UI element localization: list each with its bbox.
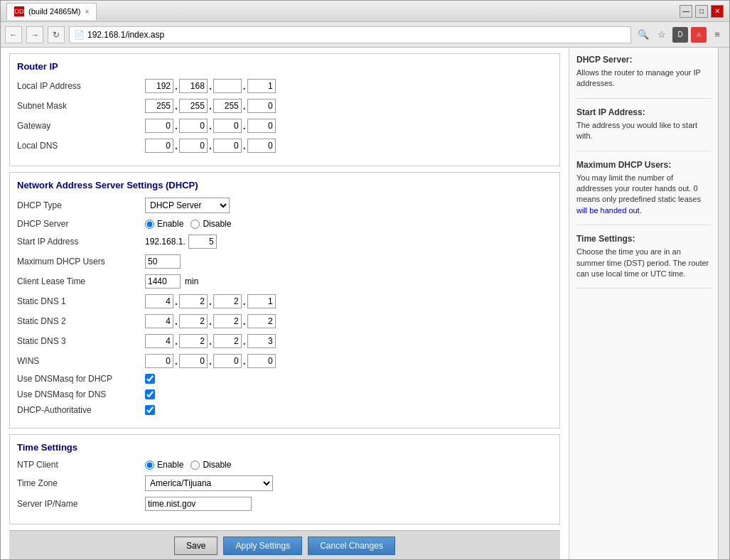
back-button[interactable]: ←	[5, 26, 22, 43]
subnet-1[interactable]	[145, 99, 173, 113]
ntp-row: NTP Client Enable Disable	[17, 460, 552, 470]
dot8: .	[209, 120, 212, 131]
dns3-3[interactable]	[213, 334, 242, 348]
server-input[interactable]	[145, 497, 252, 511]
ntp-disable-radio[interactable]	[190, 461, 200, 470]
ntp-enable-radio[interactable]	[145, 461, 154, 470]
gateway-4[interactable]	[247, 119, 276, 133]
star-icon[interactable]: ☆	[654, 27, 670, 43]
refresh-button[interactable]: ↻	[48, 26, 65, 43]
dns2-2[interactable]	[179, 314, 208, 328]
gateway-2[interactable]	[179, 119, 208, 133]
subnet-4[interactable]	[247, 99, 276, 113]
menu-icon[interactable]: ≡	[709, 27, 725, 43]
dhcp-type-controls: DHCP Server DHCP Forwarder	[145, 198, 230, 213]
dnsmasq-dhcp-checkbox[interactable]	[145, 374, 155, 384]
dot12: .	[243, 140, 246, 151]
scrollbar[interactable]	[718, 48, 729, 559]
local-dns-4[interactable]	[247, 139, 276, 153]
gateway-1[interactable]	[145, 119, 173, 133]
wins-2[interactable]	[179, 354, 208, 368]
tab-close-button[interactable]: ×	[85, 8, 89, 16]
help-start-ip-text: The address you would like to start with…	[576, 120, 711, 142]
maximize-button[interactable]: □	[695, 5, 708, 18]
dns3-2[interactable]	[179, 334, 208, 348]
button-bar: Save Apply Settings Cancel Changes	[9, 530, 560, 559]
extension-icon2[interactable]: A	[691, 27, 707, 43]
minimize-button[interactable]: —	[680, 5, 692, 18]
static-dns3-controls: . . .	[145, 334, 276, 348]
dhcp-enable-label: Enable	[145, 219, 183, 229]
subnet-2[interactable]	[179, 99, 208, 113]
dns3-4[interactable]	[247, 334, 276, 348]
local-dns-1[interactable]	[145, 139, 173, 153]
address-bar: 📄	[69, 26, 631, 43]
local-ip-2[interactable]	[179, 79, 208, 93]
static-dns2-controls: . . .	[145, 314, 276, 328]
dns1-1[interactable]	[145, 294, 173, 308]
dot3: .	[243, 80, 246, 92]
dnsmasq-dns-checkbox[interactable]	[145, 389, 155, 399]
start-ip-label: Start IP Address	[17, 237, 145, 247]
wins-4[interactable]	[247, 354, 276, 368]
forward-button[interactable]: →	[26, 26, 43, 43]
content-area: Router IP Local IP Address . . . Subnet …	[1, 48, 729, 559]
local-ip-1[interactable]	[145, 79, 173, 93]
wins-row: WINS . . .	[17, 354, 552, 368]
time-title: Time Settings	[17, 442, 552, 453]
subnet-label: Subnet Mask	[17, 101, 145, 111]
dhcp-enable-radio[interactable]	[145, 220, 154, 229]
help-start-ip-title: Start IP Address:	[576, 107, 711, 117]
server-row: Server IP/Name	[17, 497, 552, 511]
dhcp-disable-text: Disable	[203, 219, 231, 229]
dhcp-auth-checkbox[interactable]	[145, 405, 155, 415]
dnsmasq-dhcp-label: Use DNSMasq for DHCP	[17, 374, 145, 384]
lease-time-input[interactable]	[145, 274, 181, 289]
wins-1[interactable]	[145, 354, 173, 368]
dhcp-disable-radio[interactable]	[190, 220, 200, 229]
dhcp-server-label: DHCP Server	[17, 219, 145, 229]
dhcp-type-row: DHCP Type DHCP Server DHCP Forwarder	[17, 198, 552, 213]
static-dns2-label: Static DNS 2	[17, 316, 145, 326]
dhcp-type-select[interactable]: DHCP Server DHCP Forwarder	[145, 198, 230, 213]
save-button[interactable]: Save	[174, 537, 218, 555]
dns1-3[interactable]	[213, 294, 242, 308]
browser-tab[interactable]: DD (build 24865M) ×	[6, 3, 97, 20]
dns3-1[interactable]	[145, 334, 173, 348]
dns2-3[interactable]	[213, 314, 242, 328]
extension-icon1[interactable]: D	[672, 27, 688, 43]
router-ip-section: Router IP Local IP Address . . . Subnet …	[9, 53, 560, 166]
max-users-input[interactable]	[145, 254, 181, 269]
dns2-1[interactable]	[145, 314, 173, 328]
cancel-changes-button[interactable]: Cancel Changes	[308, 537, 395, 555]
close-button[interactable]: ✕	[711, 5, 724, 18]
max-users-controls	[145, 254, 181, 269]
start-ip-last[interactable]	[188, 235, 217, 249]
dns1-2[interactable]	[179, 294, 208, 308]
dhcp-auth-controls	[145, 405, 155, 415]
apply-settings-button[interactable]: Apply Settings	[223, 537, 302, 555]
static-dns3-label: Static DNS 3	[17, 336, 145, 346]
server-label: Server IP/Name	[17, 499, 145, 509]
wins-3[interactable]	[213, 354, 242, 368]
help-dhcp-server-text: Allows the router to manage your IP addr…	[576, 68, 711, 90]
server-controls	[145, 497, 252, 511]
dns1-4[interactable]	[247, 294, 276, 308]
subnet-3[interactable]	[213, 99, 242, 113]
timezone-select[interactable]: America/Tijuana America/Los_Angeles Amer…	[145, 475, 273, 491]
gateway-3[interactable]	[213, 119, 242, 133]
static-dns3-row: Static DNS 3 . . .	[17, 334, 552, 348]
local-dns-3[interactable]	[213, 139, 242, 153]
right-panel: DHCP Server: Allows the router to manage…	[569, 48, 718, 559]
search-icon[interactable]: 🔍	[635, 27, 651, 43]
local-ip-4[interactable]	[247, 79, 276, 93]
local-dns-2[interactable]	[179, 139, 208, 153]
local-ip-3[interactable]	[213, 79, 242, 93]
dns2-4[interactable]	[247, 314, 276, 328]
toolbar-icons: 🔍 ☆ D A ≡	[635, 27, 725, 43]
address-input[interactable]	[87, 30, 626, 40]
dhcp-enable-text: Enable	[157, 219, 183, 229]
static-dns2-row: Static DNS 2 . . .	[17, 314, 552, 328]
ntp-radio-group: Enable Disable	[145, 460, 231, 470]
start-ip-controls: 192.168.1.	[145, 235, 217, 249]
